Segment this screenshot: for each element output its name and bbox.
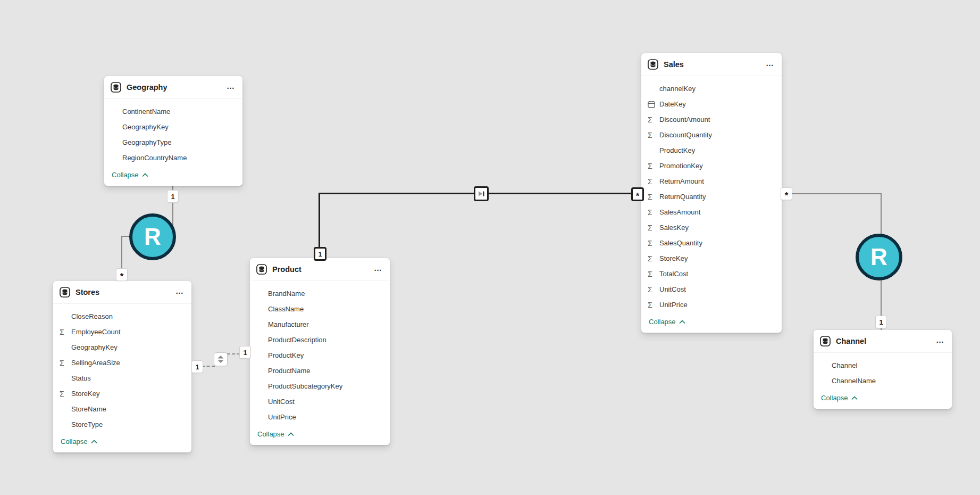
single-direction-filter-icon[interactable]	[474, 186, 489, 201]
field-row-ProductKey[interactable]: ProductKey	[641, 143, 782, 158]
cardinality-many-badge[interactable]: *	[631, 187, 644, 201]
field-label: ProductSubcategoryKey	[268, 382, 342, 390]
field-row-TotalCost[interactable]: ΣTotalCost	[641, 266, 782, 282]
more-options-button[interactable]: …	[225, 80, 236, 92]
field-row-GeographyKey[interactable]: GeographyKey	[104, 119, 242, 135]
cardinality-one-badge[interactable]: 1	[167, 191, 178, 202]
field-row-StoreKey[interactable]: ΣStoreKey	[53, 386, 191, 401]
field-row-StoreName[interactable]: StoreName	[53, 401, 191, 417]
table-header[interactable]: Sales …	[641, 53, 782, 76]
field-label: ProductName	[268, 367, 310, 375]
collapse-button[interactable]: Collapse	[53, 432, 104, 452]
field-label: RegionCountryName	[122, 154, 187, 162]
field-label: StoreName	[71, 405, 106, 413]
field-row-UnitCost[interactable]: UnitCost	[250, 394, 390, 409]
field-row-Channel[interactable]: Channel	[814, 358, 952, 373]
field-label: ProductKey	[268, 351, 304, 359]
field-label: GeographyKey	[71, 343, 118, 351]
field-label: ReturnQuantity	[659, 193, 706, 201]
relationship-line[interactable]	[782, 193, 882, 194]
collapse-button[interactable]: Collapse	[250, 425, 300, 445]
field-row-ClassName[interactable]: ClassName	[250, 301, 390, 317]
field-label: Channel	[832, 361, 857, 369]
table-icon	[256, 264, 267, 275]
field-row-DiscountQuantity[interactable]: ΣDiscountQuantity	[641, 127, 782, 143]
field-list: BrandNameClassNameManufacturerProductDes…	[250, 281, 390, 425]
table-header[interactable]: Channel …	[814, 330, 952, 353]
table-title: Channel	[836, 337, 866, 345]
calendar-icon	[648, 101, 659, 108]
field-row-SalesAmount[interactable]: ΣSalesAmount	[641, 204, 782, 220]
field-row-UnitCost[interactable]: ΣUnitCost	[641, 282, 782, 297]
field-label: StoreKey	[659, 254, 688, 262]
model-view-canvas: R 1 * 1 1 1	[0, 0, 980, 495]
field-row-PromotionKey[interactable]: ΣPromotionKey	[641, 158, 782, 174]
collapse-button[interactable]: Collapse	[814, 389, 864, 409]
field-row-ProductSubcategoryKey[interactable]: ProductSubcategoryKey	[250, 378, 390, 394]
table-title: Stores	[76, 288, 99, 296]
field-label: UnitCost	[659, 285, 686, 293]
field-row-StoreType[interactable]: StoreType	[53, 417, 191, 432]
field-label: PromotionKey	[659, 162, 703, 170]
cardinality-one-badge[interactable]: 1	[314, 247, 326, 261]
field-label: SellingAreaSize	[71, 359, 120, 367]
table-card-stores: Stores … CloseReasonΣEmployeeCountGeogra…	[53, 281, 191, 452]
collapse-label: Collapse	[257, 430, 284, 438]
field-row-StoreKey[interactable]: ΣStoreKey	[641, 251, 782, 266]
table-title: Geography	[127, 83, 167, 92]
table-title: Product	[272, 265, 301, 274]
both-directions-filter-icon[interactable]	[214, 353, 227, 366]
field-label: UnitPrice	[659, 301, 688, 309]
field-row-Manufacturer[interactable]: Manufacturer	[250, 317, 390, 332]
field-label: ChannelName	[832, 377, 876, 385]
collapse-button[interactable]: Collapse	[104, 166, 155, 186]
field-row-EmployeeCount[interactable]: ΣEmployeeCount	[53, 324, 191, 340]
more-options-button[interactable]: …	[373, 262, 383, 274]
cardinality-many-badge[interactable]: *	[781, 188, 792, 200]
field-row-SalesQuantity[interactable]: ΣSalesQuantity	[641, 235, 782, 251]
sigma-icon: Σ	[648, 286, 659, 293]
field-label: SalesQuantity	[659, 239, 702, 247]
chevron-up-icon	[91, 440, 97, 444]
field-label: channelKey	[659, 85, 696, 93]
field-row-ProductName[interactable]: ProductName	[250, 363, 390, 378]
field-row-DateKey[interactable]: DateKey	[641, 96, 782, 112]
field-row-ProductDescription[interactable]: ProductDescription	[250, 332, 390, 348]
field-row-ReturnQuantity[interactable]: ΣReturnQuantity	[641, 189, 782, 204]
field-row-RegionCountryName[interactable]: RegionCountryName	[104, 150, 242, 166]
field-row-UnitPrice[interactable]: UnitPrice	[250, 409, 390, 425]
field-row-SellingAreaSize[interactable]: ΣSellingAreaSize	[53, 355, 191, 370]
cardinality-one-badge[interactable]: 1	[240, 346, 250, 358]
field-row-DiscountAmount[interactable]: ΣDiscountAmount	[641, 112, 782, 127]
field-row-UnitPrice[interactable]: ΣUnitPrice	[641, 297, 782, 312]
more-options-button[interactable]: …	[765, 57, 775, 69]
field-label: DiscountQuantity	[659, 131, 712, 139]
cardinality-one-badge[interactable]: 1	[192, 361, 203, 373]
field-row-ReturnAmount[interactable]: ΣReturnAmount	[641, 174, 782, 189]
r-indicator-badge: R	[856, 234, 902, 280]
field-list: CloseReasonΣEmployeeCountGeographyKeyΣSe…	[53, 304, 191, 432]
field-row-CloseReason[interactable]: CloseReason	[53, 309, 191, 324]
table-header[interactable]: Geography …	[104, 76, 242, 99]
field-row-ProductKey[interactable]: ProductKey	[250, 348, 390, 363]
field-row-channelKey[interactable]: channelKey	[641, 81, 782, 96]
field-row-ContinentName[interactable]: ContinentName	[104, 104, 242, 119]
collapse-button[interactable]: Collapse	[641, 312, 692, 333]
r-indicator-badge: R	[129, 213, 176, 260]
table-header[interactable]: Stores …	[53, 281, 191, 304]
cardinality-many-badge[interactable]: *	[116, 269, 127, 280]
field-row-ChannelName[interactable]: ChannelName	[814, 373, 952, 389]
field-row-GeographyType[interactable]: GeographyType	[104, 135, 242, 150]
field-row-BrandName[interactable]: BrandName	[250, 286, 390, 301]
more-options-button[interactable]: …	[174, 285, 185, 296]
field-row-GeographyKey[interactable]: GeographyKey	[53, 340, 191, 355]
table-card-channel: Channel … ChannelChannelName Collapse	[814, 330, 952, 409]
table-card-product: Product … BrandNameClassNameManufacturer…	[250, 258, 390, 445]
field-row-Status[interactable]: Status	[53, 370, 191, 386]
cardinality-one-badge[interactable]: 1	[876, 316, 886, 328]
table-icon	[648, 59, 658, 70]
sigma-icon: Σ	[648, 209, 659, 216]
more-options-button[interactable]: …	[935, 334, 945, 345]
field-row-SalesKey[interactable]: ΣSalesKey	[641, 220, 782, 235]
table-header[interactable]: Product …	[250, 258, 390, 281]
